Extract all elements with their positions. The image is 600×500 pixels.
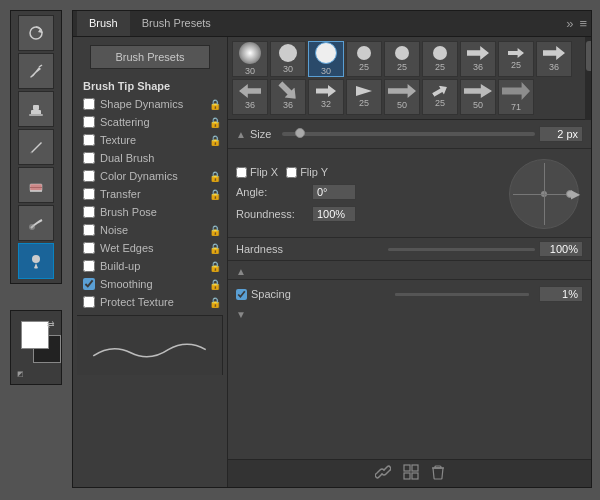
tool-eraser[interactable]: [18, 167, 54, 203]
brush-cell[interactable]: 36: [460, 41, 496, 77]
option-color-dynamics[interactable]: Color Dynamics 🔒: [73, 167, 227, 185]
lock-icon: 🔒: [209, 135, 221, 146]
checkbox-transfer[interactable]: [83, 188, 95, 200]
dial-right-arrow: ▶: [571, 187, 580, 201]
hardness-value[interactable]: 100%: [539, 241, 583, 257]
grid-scrollbar[interactable]: [585, 37, 592, 120]
svg-rect-13: [412, 473, 418, 479]
tool-pen[interactable]: [18, 129, 54, 165]
foreground-color-swatch[interactable]: [21, 321, 49, 349]
brush-preview-area: [77, 315, 223, 375]
option-brush-tip-shape[interactable]: Brush Tip Shape: [73, 77, 227, 95]
flip-x-checkbox[interactable]: [236, 167, 247, 178]
checkbox-brush-pose[interactable]: [83, 206, 95, 218]
spacing-scroll-up[interactable]: ▲: [236, 266, 246, 277]
grid-scrollbar-thumb[interactable]: [586, 41, 592, 71]
checkbox-smoothing[interactable]: [83, 278, 95, 290]
brush-cell[interactable]: 71: [498, 79, 534, 115]
trash-icon[interactable]: [431, 464, 445, 483]
checkbox-shape-dynamics[interactable]: [83, 98, 95, 110]
spacing-checkbox[interactable]: [236, 289, 247, 300]
tool-brush[interactable]: [18, 53, 54, 89]
spacing-slider[interactable]: [395, 293, 529, 296]
size-scroll-up[interactable]: ▲: [236, 129, 246, 140]
checkbox-buildup[interactable]: [83, 260, 95, 272]
tab-brush[interactable]: Brush: [77, 11, 130, 36]
brush-presets-button[interactable]: Brush Presets: [90, 45, 210, 69]
roundness-value[interactable]: 100%: [312, 206, 356, 222]
expand-icon[interactable]: »: [566, 16, 573, 31]
brush-cell[interactable]: 36: [536, 41, 572, 77]
brush-cell[interactable]: 30: [308, 41, 344, 77]
option-scattering[interactable]: Scattering 🔒: [73, 113, 227, 131]
brush-panel: Brush Brush Presets » ≡ Brush Presets Br…: [72, 10, 592, 488]
checkbox-dual-brush[interactable]: [83, 152, 95, 164]
flip-y-item: Flip Y: [286, 166, 328, 178]
angle-label: Angle:: [236, 186, 308, 198]
svg-rect-3: [33, 105, 39, 110]
option-transfer[interactable]: Transfer 🔒: [73, 185, 227, 203]
size-slider-thumb: [295, 128, 305, 138]
angle-row: Angle: 0°: [236, 184, 497, 200]
brush-grid: 30 30 30 25: [228, 37, 585, 120]
option-texture[interactable]: Texture 🔒: [73, 131, 227, 149]
brush-cell[interactable]: 36: [270, 79, 306, 115]
brush-grid-wrapper: 30 30 30 25: [228, 37, 591, 120]
menu-icon[interactable]: ≡: [579, 16, 587, 31]
size-value[interactable]: 2 px: [539, 126, 583, 142]
brush-cell[interactable]: 25: [422, 79, 458, 115]
lock-icon: 🔒: [209, 117, 221, 128]
checkbox-protect-texture[interactable]: [83, 296, 95, 308]
tool-history-brush[interactable]: [18, 15, 54, 51]
reset-colors-icon[interactable]: ◩: [17, 370, 24, 378]
checkbox-wet-edges[interactable]: [83, 242, 95, 254]
flip-y-label: Flip Y: [300, 166, 328, 178]
spacing-value[interactable]: 1%: [539, 286, 583, 302]
left-toolbar: [10, 10, 62, 284]
brush-cell[interactable]: 25: [346, 41, 382, 77]
option-dual-brush[interactable]: Dual Brush: [73, 149, 227, 167]
angle-value[interactable]: 0°: [312, 184, 356, 200]
spacing-scroll-down[interactable]: ▼: [236, 309, 246, 320]
checkbox-noise[interactable]: [83, 224, 95, 236]
option-noise[interactable]: Noise 🔒: [73, 221, 227, 239]
option-shape-dynamics[interactable]: Shape Dynamics 🔒: [73, 95, 227, 113]
angle-dial[interactable]: ▶: [509, 159, 579, 229]
tool-paint[interactable]: [18, 243, 54, 279]
lock-icon: 🔒: [209, 243, 221, 254]
tool-smudge[interactable]: [18, 205, 54, 241]
checkbox-color-dynamics[interactable]: [83, 170, 95, 182]
tool-stamp[interactable]: [18, 91, 54, 127]
brush-cell[interactable]: 50: [460, 79, 496, 115]
brush-cell[interactable]: 25: [422, 41, 458, 77]
grid-icon[interactable]: [403, 464, 419, 483]
brush-cell[interactable]: 30: [232, 41, 268, 77]
brush-cell[interactable]: 50: [384, 79, 420, 115]
lock-icon: 🔒: [209, 225, 221, 236]
brush-cell[interactable]: 36: [232, 79, 268, 115]
svg-rect-10: [404, 465, 410, 471]
brush-cell[interactable]: 25: [346, 79, 382, 115]
spacing-row: Spacing 1%: [236, 286, 583, 302]
size-slider[interactable]: [282, 132, 535, 136]
option-buildup[interactable]: Build-up 🔒: [73, 257, 227, 275]
tab-brush-presets[interactable]: Brush Presets: [130, 11, 223, 36]
brush-cell[interactable]: 32: [308, 79, 344, 115]
checkbox-scattering[interactable]: [83, 116, 95, 128]
brush-cell[interactable]: 25: [498, 41, 534, 77]
option-protect-texture[interactable]: Protect Texture 🔒: [73, 293, 227, 311]
option-wet-edges[interactable]: Wet Edges 🔒: [73, 239, 227, 257]
brush-cell[interactable]: 25: [384, 41, 420, 77]
roundness-label: Roundness:: [236, 208, 308, 220]
option-brush-pose[interactable]: Brush Pose: [73, 203, 227, 221]
flip-dial-section: Flip X Flip Y Angle: 0° Roundness: 100%: [228, 149, 591, 238]
option-smoothing[interactable]: Smoothing 🔒: [73, 275, 227, 293]
checkbox-texture[interactable]: [83, 134, 95, 146]
hardness-slider[interactable]: [388, 248, 536, 251]
link-icon[interactable]: [375, 464, 391, 483]
flip-y-checkbox[interactable]: [286, 167, 297, 178]
lock-icon: 🔒: [209, 279, 221, 290]
brush-cell[interactable]: 30: [270, 41, 306, 77]
svg-line-1: [39, 65, 42, 67]
swap-colors-icon[interactable]: ⇄: [47, 319, 55, 329]
